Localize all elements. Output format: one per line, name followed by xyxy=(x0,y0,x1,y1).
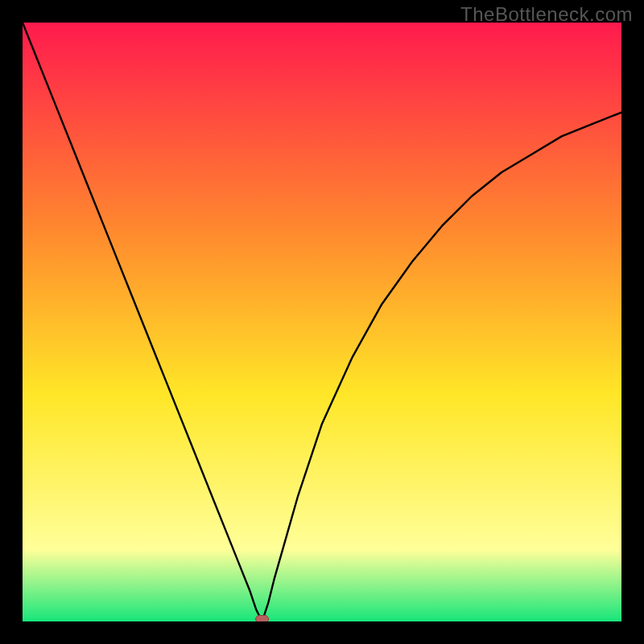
bottleneck-chart xyxy=(23,23,621,621)
chart-frame: { "watermark": "TheBottleneck.com", "col… xyxy=(0,0,644,644)
gradient-background xyxy=(23,23,621,621)
optimal-point-marker xyxy=(256,616,269,621)
